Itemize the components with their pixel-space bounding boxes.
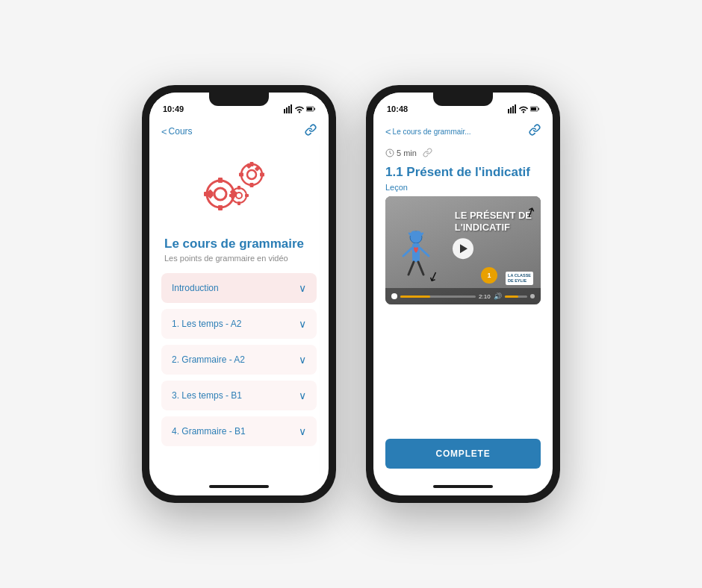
accordion-chevron-grammaire-b1: ∨ — [299, 425, 306, 437]
video-badge: 1 — [481, 267, 497, 284]
accordion-item-grammaire-a2[interactable]: 2. Grammaire - A2 ∨ — [161, 345, 317, 375]
status-icons-2 — [508, 104, 539, 113]
progress-dot-start — [391, 293, 397, 299]
svg-rect-3 — [291, 104, 292, 113]
scene: 10:49 < Cours — [0, 0, 702, 588]
svg-line-43 — [409, 262, 414, 275]
volume-icon[interactable]: 🔊 — [494, 293, 502, 300]
phone-1: 10:49 < Cours — [142, 85, 336, 503]
volume-fill — [505, 295, 518, 298]
notch-2 — [433, 93, 493, 106]
svg-line-41 — [403, 248, 412, 256]
accordion-chevron-grammaire-a2: ∨ — [299, 354, 306, 366]
lesson-title: 1.1 Présent de l'indicatif — [373, 162, 553, 181]
brand-line1: LA CLASSE — [508, 273, 531, 278]
svg-line-42 — [420, 248, 429, 256]
svg-rect-20 — [250, 183, 254, 187]
svg-point-26 — [236, 193, 242, 198]
video-text-line2: L'INDICATIF — [455, 222, 532, 234]
phone-2: 10:48 < Le cours de grammair... — [366, 85, 560, 503]
accordion-label-grammaire-b1: 4. Grammaire - B1 — [172, 426, 246, 437]
course-subtitle: Les points de grammaire en vidéo — [164, 254, 314, 263]
home-indicator-2 — [373, 478, 553, 495]
accordion-item-grammaire-b1[interactable]: 4. Grammaire - B1 ∨ — [161, 416, 317, 446]
svg-point-18 — [247, 170, 256, 179]
battery-icon-2 — [530, 104, 539, 113]
accordion-item-les-temps-b1[interactable]: 3. Les temps - B1 ∨ — [161, 381, 317, 410]
back-button-1[interactable]: < Cours — [161, 126, 193, 137]
svg-rect-22 — [239, 173, 243, 177]
svg-rect-0 — [284, 109, 285, 113]
accordion-label-grammaire-a2: 2. Grammaire - A2 — [172, 354, 245, 365]
svg-rect-31 — [508, 109, 509, 113]
svg-point-8 — [214, 188, 226, 200]
link-icon-small[interactable] — [423, 148, 432, 157]
video-controls: 2:10 🔊 — [385, 288, 541, 304]
accordion-list: Introduction ∨ 1. Les temps - A2 ∨ 2. Gr… — [149, 267, 329, 478]
status-icons-1 — [284, 104, 315, 113]
svg-rect-10 — [218, 205, 223, 210]
accordion-label-les-temps-b1: 3. Les temps - B1 — [172, 390, 242, 401]
video-player[interactable]: LE PRÉSENT DE L'INDICATIF ↗ ↗ 1 LA CLASS… — [385, 196, 541, 304]
notch-1 — [209, 93, 269, 106]
accordion-label-les-temps-a2: 1. Les temps - A2 — [172, 319, 241, 329]
hero-gears — [149, 143, 329, 229]
brand-box: LA CLASSE DE EYLIE — [506, 272, 533, 285]
svg-rect-28 — [237, 201, 240, 205]
progress-fill — [400, 295, 430, 298]
home-bar-1 — [209, 485, 269, 488]
wifi-icon-2 — [519, 104, 528, 113]
gears-icon — [198, 158, 280, 222]
brand-line2: DE EYLIE — [508, 278, 531, 284]
nav-bar-1: < Cours — [149, 119, 329, 143]
nav-bar-2: < Le cours de grammair... — [373, 119, 553, 143]
back-arrow-2: < — [385, 126, 391, 137]
home-indicator-1 — [149, 478, 329, 495]
complete-button[interactable]: COMPLETE — [385, 439, 541, 469]
accordion-chevron-intro: ∨ — [299, 282, 306, 294]
accordion-chevron-les-temps-a2: ∨ — [299, 318, 306, 330]
accordion-item-les-temps-a2[interactable]: 1. Les temps - A2 ∨ — [161, 309, 317, 339]
svg-rect-34 — [515, 104, 516, 113]
play-button[interactable] — [453, 238, 473, 259]
lesson-type: Leçon — [373, 181, 553, 196]
course-title: Le cours de grammaire — [164, 237, 314, 251]
volume-bar[interactable] — [505, 295, 527, 298]
lesson-duration: 5 min — [385, 148, 417, 157]
course-info: Le cours de grammaire Les points de gram… — [149, 229, 329, 267]
battery-icon — [306, 104, 315, 113]
svg-rect-5 — [307, 107, 312, 110]
wifi-icon — [295, 104, 304, 113]
signal-icon-2 — [508, 104, 517, 113]
complete-btn-area: COMPLETE — [373, 430, 553, 478]
svg-rect-27 — [237, 186, 240, 190]
home-bar-2 — [433, 485, 493, 488]
svg-rect-21 — [260, 173, 264, 177]
video-text: LE PRÉSENT DE L'INDICATIF — [455, 210, 532, 233]
link-icon-1[interactable] — [305, 124, 317, 139]
svg-rect-36 — [531, 107, 536, 110]
svg-rect-37 — [538, 108, 539, 110]
progress-bar[interactable] — [400, 295, 476, 298]
svg-rect-6 — [314, 108, 315, 110]
accordion-chevron-les-temps-b1: ∨ — [299, 390, 306, 401]
chain-link-icon — [529, 124, 541, 136]
svg-rect-9 — [218, 178, 223, 183]
video-text-line1: LE PRÉSENT DE — [455, 210, 532, 222]
play-triangle-icon — [460, 244, 468, 253]
accordion-item-intro[interactable]: Introduction ∨ — [161, 273, 317, 303]
svg-rect-29 — [245, 194, 249, 197]
time-1: 10:49 — [163, 104, 184, 113]
lesson-meta: 5 min — [373, 143, 553, 162]
back-button-2[interactable]: < Le cours de grammair... — [385, 126, 471, 137]
signal-icon — [284, 104, 293, 113]
svg-rect-2 — [288, 106, 290, 113]
svg-rect-30 — [229, 194, 233, 197]
svg-rect-1 — [286, 107, 288, 113]
accordion-label-intro: Introduction — [172, 283, 219, 293]
video-time: 2:10 — [479, 293, 491, 300]
svg-rect-33 — [512, 106, 514, 113]
clock-icon — [385, 148, 394, 157]
link-icon-2[interactable] — [529, 124, 541, 139]
back-label-2: Le cours de grammair... — [393, 128, 471, 136]
